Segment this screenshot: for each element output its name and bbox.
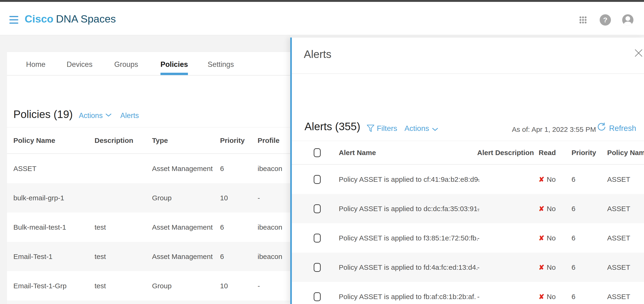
- col-priority: Priority: [572, 149, 596, 157]
- policy-profile: ibeacon: [258, 223, 282, 231]
- policy-description: test: [94, 223, 106, 231]
- refresh-button[interactable]: Refresh: [609, 124, 636, 132]
- alert-name-text: Policy ASSET is applied to fd:4a:fc:ed:1…: [339, 264, 478, 272]
- alert-description: -: [477, 293, 480, 301]
- policy-name-link[interactable]: bulk-email-grp-1: [13, 194, 64, 202]
- alerts-actions-button[interactable]: Actions: [404, 124, 429, 132]
- alert-name-text: Policy ASSET is applied to fb:af:c8:1b:2…: [339, 293, 476, 301]
- alert-policy-name: ASSET: [607, 293, 630, 301]
- alert-priority: 6: [572, 234, 576, 242]
- policies-actions-button[interactable]: Actions: [79, 112, 103, 120]
- col-alert-description: Alert Description: [477, 149, 534, 157]
- not-read-icon: ✘: [539, 234, 544, 242]
- col-type: Type: [152, 136, 168, 144]
- filter-funnel-icon[interactable]: [367, 124, 374, 132]
- read-value: No: [547, 234, 556, 242]
- policy-profile: -: [258, 282, 260, 290]
- alert-description: -: [477, 234, 480, 242]
- policy-profile: ibeacon: [258, 253, 282, 260]
- row-checkbox[interactable]: [314, 234, 321, 242]
- alert-priority: 6: [572, 205, 576, 213]
- alert-name-text: Policy ASSET is applied to f3:85:1e:72:5…: [339, 234, 478, 242]
- col-policy-name: Policy Name: [13, 136, 55, 144]
- alert-read-status: ✘No: [539, 234, 556, 242]
- alert-policy-name: ASSET: [607, 205, 630, 213]
- policy-type: Asset Management: [152, 165, 212, 173]
- alert-policy-name: ASSET: [607, 264, 630, 272]
- alert-name-text: Policy ASSET is applied to dc:dc:fa:35:0…: [339, 205, 480, 213]
- read-value: No: [547, 264, 556, 272]
- alert-description: -: [477, 264, 480, 272]
- alert-name-text: Policy ASSET is applied to cf:41:9a:b2:e…: [339, 176, 480, 184]
- tab-home[interactable]: Home: [26, 52, 46, 75]
- alerts-table-body: Policy ASSET is applied to cf:41:9a:b2:e…: [292, 165, 644, 304]
- alerts-table-header: Alert Name Alert Description Read Priori…: [292, 141, 644, 165]
- col-read: Read: [539, 149, 556, 157]
- help-icon[interactable]: ?: [600, 14, 611, 26]
- chevron-down-icon[interactable]: [106, 114, 112, 117]
- policy-priority: 10: [220, 194, 228, 202]
- tab-devices[interactable]: Devices: [67, 52, 92, 75]
- alert-read-status: ✘No: [539, 293, 556, 301]
- apps-grid-icon[interactable]: [579, 16, 587, 24]
- row-checkbox[interactable]: [314, 292, 321, 301]
- read-value: No: [547, 205, 556, 213]
- refresh-icon[interactable]: [597, 122, 606, 132]
- policy-name-link[interactable]: Email-Test-1: [13, 253, 52, 260]
- col-description: Description: [94, 136, 133, 144]
- policies-section-head: Policies (19) Actions Alerts: [13, 108, 139, 120]
- filters-button[interactable]: Filters: [377, 124, 397, 132]
- col-alert-name: Alert Name: [339, 149, 376, 157]
- policy-type: Asset Management: [152, 253, 212, 260]
- as-of-timestamp: As of: Apr 1, 2022 3:55 PM: [512, 126, 596, 133]
- col-priority: Priority: [220, 136, 245, 144]
- policy-priority: 6: [220, 253, 224, 260]
- read-value: No: [547, 293, 556, 301]
- col-profile: Profile: [258, 136, 280, 144]
- brand-cisco: Cisco: [25, 13, 54, 25]
- row-checkbox[interactable]: [314, 175, 321, 184]
- window-top-bar: [0, 0, 644, 2]
- alert-description: -: [477, 176, 480, 184]
- user-avatar-icon[interactable]: [622, 14, 634, 26]
- policy-type: Group: [152, 282, 172, 290]
- brand-product: DNA Spaces: [56, 13, 116, 25]
- close-icon[interactable]: [634, 49, 642, 57]
- alert-priority: 6: [572, 176, 576, 184]
- alerts-panel: Alerts Alerts (355) Filters Actions As o…: [290, 38, 644, 304]
- alerts-panel-title: Alerts: [304, 48, 332, 60]
- alert-policy-name: ASSET: [607, 234, 630, 242]
- policies-alerts-link[interactable]: Alerts: [120, 112, 139, 120]
- policy-priority: 6: [220, 165, 224, 173]
- alert-priority: 6: [572, 264, 576, 272]
- alert-description: -: [477, 205, 480, 213]
- policy-name-link[interactable]: Email-Test-1-Grp: [13, 282, 67, 290]
- row-checkbox[interactable]: [314, 204, 321, 213]
- tab-policies[interactable]: Policies: [160, 52, 188, 75]
- alert-row: Policy ASSET is applied to fd:4a:fc:ed:1…: [292, 253, 644, 282]
- alert-row: Policy ASSET is applied to fb:af:c8:1b:2…: [292, 282, 644, 304]
- not-read-icon: ✘: [539, 264, 544, 272]
- alert-policy-name: ASSET: [607, 176, 630, 184]
- alert-row: Policy ASSET is applied to f3:85:1e:72:5…: [292, 223, 644, 253]
- policy-profile: -: [258, 194, 260, 202]
- alert-row: Policy ASSET is applied to cf:41:9a:b2:e…: [292, 165, 644, 194]
- not-read-icon: ✘: [539, 293, 544, 301]
- policy-description: test: [94, 282, 106, 290]
- policy-name-link[interactable]: Bulk-meail-test-1: [13, 223, 66, 231]
- policy-priority: 10: [220, 282, 228, 290]
- col-policy-name: Policy Name: [607, 149, 644, 157]
- alert-read-status: ✘No: [539, 264, 556, 272]
- alerts-count-title: Alerts (355): [304, 121, 360, 132]
- policy-name-link[interactable]: ASSET: [13, 165, 36, 173]
- menu-icon[interactable]: [10, 16, 18, 24]
- policy-priority: 6: [220, 223, 224, 231]
- row-checkbox[interactable]: [314, 263, 321, 272]
- select-all-checkbox[interactable]: [314, 148, 321, 157]
- alert-priority: 6: [572, 293, 576, 301]
- brand-logo: CiscoDNA Spaces: [25, 13, 116, 25]
- tab-groups[interactable]: Groups: [114, 52, 138, 75]
- not-read-icon: ✘: [539, 205, 544, 213]
- tab-settings[interactable]: Settings: [208, 52, 234, 75]
- chevron-down-icon[interactable]: [432, 128, 438, 131]
